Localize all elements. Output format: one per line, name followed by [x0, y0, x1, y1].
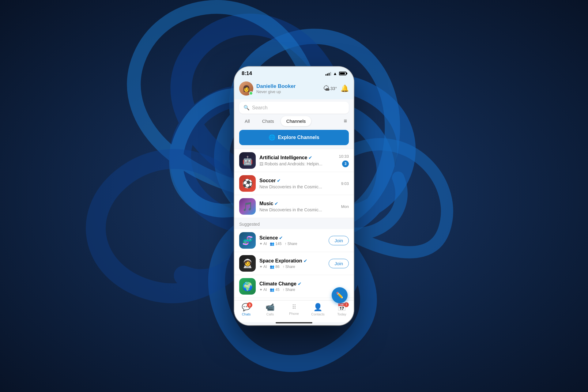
tab-channels[interactable]: Channels	[281, 116, 311, 126]
verified-icon-climate: ✔	[298, 281, 302, 287]
verified-icon-soccer: ✔	[277, 178, 281, 183]
tab-chats[interactable]: Chats	[257, 116, 280, 126]
channel-time-col-ai: 10:33 3	[339, 154, 349, 167]
channel-name-music: Music	[259, 201, 273, 206]
suggested-meta-climate: ✦ AI 👥 45 ↑ Share	[259, 288, 325, 292]
contacts-nav-icon: 👤	[313, 303, 322, 311]
suggested-meta-science: ✦ AI 👥 145 ↑ Share	[259, 242, 325, 246]
meta-share-space[interactable]: ↑ Share	[283, 265, 295, 269]
members-icon-science: 👥	[270, 242, 274, 246]
channel-time-col-music: Mon	[341, 204, 349, 209]
channel-avatar-space: 🧑‍🚀	[239, 255, 256, 272]
wifi-icon: ▲	[333, 71, 337, 76]
meta-members-climate: 👥 45	[270, 288, 279, 292]
user-status: Never give up	[256, 89, 296, 94]
channel-name-row-space: Space Exploration ✔	[259, 258, 325, 264]
image-icon-ai: 🖼	[259, 162, 265, 166]
compose-fab-button[interactable]: ✏️	[332, 287, 348, 303]
suggested-item-science[interactable]: 🧬 Science ✔ ✦ AI 👥 145	[234, 229, 354, 252]
channel-item-ai[interactable]: 🤖 Artificial Intelligence ✔ 🖼 Robots and…	[234, 149, 354, 172]
share-icon-climate: ↑	[283, 288, 285, 292]
channel-item-music[interactable]: 🎵 Music ✔ New Discoveries in the Cosmic.…	[234, 195, 354, 218]
bottom-nav: 💬 3 Chats 📹 Calls ⠿ Phone 👤 Contacts 📅	[234, 300, 354, 322]
channel-preview-music: New Discoveries in the Cosmic...	[259, 207, 337, 212]
nav-item-today[interactable]: 📅 ! Today	[330, 303, 354, 316]
verified-icon-science: ✔	[279, 235, 283, 241]
nav-item-contacts[interactable]: 👤 Contacts	[306, 303, 330, 316]
join-button-science[interactable]: Join	[329, 236, 349, 245]
channel-preview-ai: 🖼 Robots and Androids: Helpin...	[259, 161, 335, 166]
status-icons: ▲	[326, 71, 346, 76]
weather-icon: 🌤	[323, 85, 330, 92]
content-area: 🌐 Explore Channels 🤖 Artificial Intellig…	[234, 129, 354, 300]
members-icon-space: 👥	[270, 265, 274, 269]
battery-icon	[339, 72, 346, 75]
compose-icon: ✏️	[336, 292, 344, 299]
filter-icon[interactable]: ≡	[342, 116, 349, 126]
meta-ai-science: ✦ AI	[259, 242, 267, 246]
channel-name-row-climate: Climate Change ✔	[259, 281, 325, 287]
user-info[interactable]: 👩 Danielle Booker Never give up	[239, 81, 296, 96]
status-bar: 8:14 ▲	[234, 67, 354, 79]
avatar-wrap: 👩	[239, 81, 253, 96]
calls-nav-label: Calls	[266, 312, 274, 316]
channel-name-soccer: Soccer	[259, 178, 276, 183]
contacts-nav-label: Contacts	[311, 312, 324, 316]
suggested-info-space: Space Exploration ✔ ✦ AI 👥 86	[259, 258, 325, 269]
suggested-info-climate: Climate Change ✔ ✦ AI 👥 45 ↑	[259, 281, 325, 292]
channel-time-music: Mon	[341, 204, 349, 209]
channel-name-space: Space Exploration	[259, 258, 302, 264]
channel-info-ai: Artificial Intelligence ✔ 🖼 Robots and A…	[259, 155, 335, 166]
tab-bar: All Chats Channels ≡	[234, 116, 354, 126]
nav-item-phone[interactable]: ⠿ Phone	[282, 303, 306, 315]
channel-info-music: Music ✔ New Discoveries in the Cosmic...	[259, 201, 337, 212]
channel-avatar-soccer: ⚽	[239, 175, 256, 192]
channel-name-ai: Artificial Intelligence	[259, 155, 307, 160]
channel-name-row-music: Music ✔	[259, 201, 337, 206]
user-name: Danielle Booker	[256, 83, 296, 89]
header: 👩 Danielle Booker Never give up 🌤 33° 🔔	[234, 79, 354, 99]
share-icon-science: ↑	[285, 242, 286, 246]
channel-name-row-science: Science ✔	[259, 235, 325, 241]
today-nav-badge: !	[344, 302, 349, 307]
search-bar[interactable]: 🔍 Search	[239, 102, 349, 114]
suggested-label: Suggested	[234, 218, 354, 229]
today-nav-label: Today	[337, 312, 346, 316]
meta-members-space: 👥 86	[270, 265, 279, 269]
unread-badge-ai: 3	[342, 160, 349, 167]
join-button-space[interactable]: Join	[329, 259, 349, 268]
music-avatar-image: 🎵	[239, 198, 256, 215]
chats-nav-label: Chats	[242, 312, 251, 316]
channel-avatar-climate: 🌍	[239, 278, 256, 295]
notification-bell-icon[interactable]: 🔔	[341, 85, 349, 92]
search-input[interactable]: Search	[252, 105, 268, 111]
channel-avatar-science: 🧬	[239, 232, 256, 249]
weather-badge: 🌤 33°	[323, 85, 337, 92]
phone-screen: 8:14 ▲ 👩 Danie	[234, 67, 354, 325]
channels-list: 🤖 Artificial Intelligence ✔ 🖼 Robots and…	[234, 149, 354, 218]
chats-nav-badge: 3	[247, 302, 252, 308]
channel-item-soccer[interactable]: ⚽ Soccer ✔ New Discoveries in the Cosmic…	[234, 172, 354, 195]
nav-item-calls[interactable]: 📹 Calls	[258, 303, 282, 316]
channel-avatar-ai: 🤖	[239, 152, 256, 169]
meta-share-science[interactable]: ↑ Share	[285, 242, 297, 246]
meta-ai-space: ✦ AI	[259, 265, 267, 269]
channel-info-soccer: Soccer ✔ New Discoveries in the Cosmic..…	[259, 178, 337, 189]
globe-icon: 🌐	[269, 134, 275, 141]
explore-channels-button[interactable]: 🌐 Explore Channels	[239, 130, 349, 145]
ai-icon-science: ✦	[259, 242, 262, 246]
meta-members-science: 👥 145	[270, 242, 281, 246]
channel-name-row-ai: Artificial Intelligence ✔	[259, 155, 335, 160]
climate-avatar-image: 🌍	[239, 278, 256, 295]
verified-icon-ai: ✔	[308, 155, 312, 160]
channel-time-ai: 10:33	[339, 154, 349, 159]
nav-item-chats[interactable]: 💬 3 Chats	[234, 303, 258, 316]
members-icon-climate: 👥	[270, 288, 274, 292]
online-status-dot	[249, 91, 253, 95]
meta-share-climate[interactable]: ↑ Share	[283, 288, 295, 292]
suggested-item-space[interactable]: 🧑‍🚀 Space Exploration ✔ ✦ AI 👥	[234, 252, 354, 275]
tab-all[interactable]: All	[239, 116, 255, 126]
channel-preview-soccer: New Discoveries in the Cosmic...	[259, 184, 337, 189]
explore-channels-label: Explore Channels	[278, 135, 319, 140]
ai-icon-climate: ✦	[259, 288, 262, 292]
